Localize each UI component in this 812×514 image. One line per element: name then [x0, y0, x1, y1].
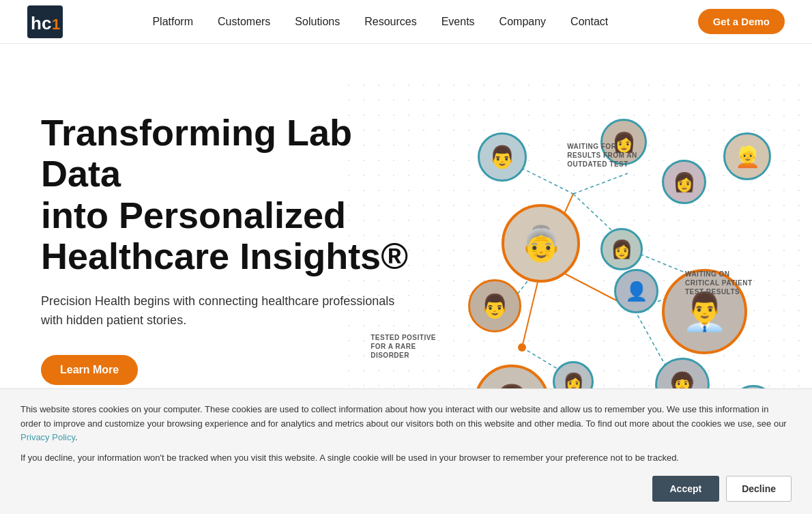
nav-solutions[interactable]: Solutions: [295, 16, 340, 28]
main-nav: hc 1 Platform Customers Solutions Resour…: [0, 0, 812, 44]
nav-resources[interactable]: Resources: [364, 16, 416, 28]
avatar-person-6: 👨: [468, 279, 521, 332]
svg-text:hc: hc: [31, 13, 51, 33]
network-label-2: WAITING ONCRITICAL PATIENTTEST RESULTS: [685, 270, 753, 296]
hero-section: Transforming Lab Data into Personalized …: [0, 44, 812, 433]
hero-text-block: Transforming Lab Data into Personalized …: [41, 112, 416, 385]
svg-text:1: 1: [52, 16, 60, 33]
nav-events[interactable]: Events: [441, 16, 475, 28]
cookie-main-text: This website stores cookies on your comp…: [20, 403, 792, 433]
avatar-person-3: 👱: [723, 132, 771, 180]
nav-links: Platform Customers Solutions Resources E…: [152, 16, 608, 28]
logo[interactable]: hc 1: [27, 5, 63, 38]
avatar-person-1: 👨: [478, 132, 527, 182]
avatar-main-person: 👵: [502, 204, 580, 283]
nav-customers[interactable]: Customers: [218, 16, 270, 28]
logo-icon: hc 1: [27, 5, 63, 38]
nav-platform[interactable]: Platform: [152, 16, 193, 28]
avatar-person-7: 👤: [614, 269, 658, 313]
nav-company[interactable]: Company: [499, 16, 546, 28]
nav-contact[interactable]: Contact: [570, 16, 608, 28]
network-label-1: WAITING FORRESULTS FROM ANOUTDATED TEST: [567, 142, 637, 169]
learn-more-button[interactable]: Learn More: [41, 355, 138, 385]
avatar-person-5: 👩: [600, 228, 643, 270]
cookie-banner: This website stores cookies on your comp…: [0, 388, 812, 433]
hero-headline: Transforming Lab Data into Personalized …: [41, 112, 416, 277]
get-demo-button[interactable]: Get a Demo: [698, 9, 785, 34]
privacy-policy-link[interactable]: Privacy Policy: [20, 432, 75, 433]
avatar-person-4: 👩: [662, 160, 706, 204]
hero-subtext: Precision Health begins with connecting …: [41, 292, 416, 330]
